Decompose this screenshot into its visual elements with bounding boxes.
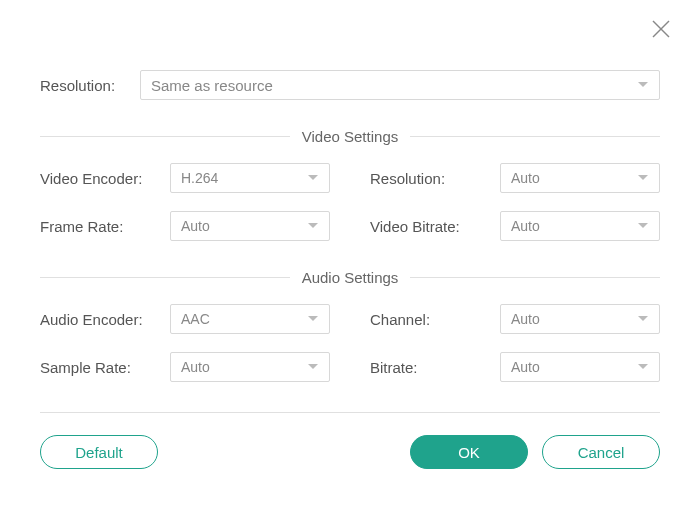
audio-settings-header: Audio Settings: [40, 269, 660, 286]
resolution-top-select[interactable]: Same as resource: [140, 70, 660, 100]
chevron-down-icon: [637, 222, 649, 230]
video-encoder-select[interactable]: H.264: [170, 163, 330, 193]
channel-label: Channel:: [370, 311, 500, 328]
video-resolution-label: Resolution:: [370, 170, 500, 187]
divider: [410, 136, 660, 137]
channel-select[interactable]: Auto: [500, 304, 660, 334]
audio-settings-title: Audio Settings: [290, 269, 411, 286]
default-button-label: Default: [75, 444, 123, 461]
video-bitrate-value: Auto: [511, 218, 540, 234]
sample-rate-value: Auto: [181, 359, 210, 375]
video-settings-title: Video Settings: [290, 128, 410, 145]
video-resolution-select[interactable]: Auto: [500, 163, 660, 193]
video-settings-header: Video Settings: [40, 128, 660, 145]
video-resolution-value: Auto: [511, 170, 540, 186]
chevron-down-icon: [637, 315, 649, 323]
sample-rate-select[interactable]: Auto: [170, 352, 330, 382]
cancel-button[interactable]: Cancel: [542, 435, 660, 469]
divider: [410, 277, 660, 278]
audio-encoder-select[interactable]: AAC: [170, 304, 330, 334]
chevron-down-icon: [307, 222, 319, 230]
audio-bitrate-value: Auto: [511, 359, 540, 375]
chevron-down-icon: [637, 81, 649, 89]
ok-button-label: OK: [458, 444, 480, 461]
sample-rate-label: Sample Rate:: [40, 359, 170, 376]
cancel-button-label: Cancel: [578, 444, 625, 461]
chevron-down-icon: [307, 174, 319, 182]
close-icon: [650, 18, 672, 40]
video-encoder-value: H.264: [181, 170, 218, 186]
ok-button[interactable]: OK: [410, 435, 528, 469]
chevron-down-icon: [307, 315, 319, 323]
video-bitrate-label: Video Bitrate:: [370, 218, 500, 235]
divider: [40, 136, 290, 137]
chevron-down-icon: [637, 174, 649, 182]
audio-encoder-value: AAC: [181, 311, 210, 327]
audio-bitrate-select[interactable]: Auto: [500, 352, 660, 382]
chevron-down-icon: [637, 363, 649, 371]
default-button[interactable]: Default: [40, 435, 158, 469]
frame-rate-select[interactable]: Auto: [170, 211, 330, 241]
close-button[interactable]: [650, 18, 672, 40]
video-bitrate-select[interactable]: Auto: [500, 211, 660, 241]
audio-encoder-label: Audio Encoder:: [40, 311, 170, 328]
channel-value: Auto: [511, 311, 540, 327]
resolution-top-value: Same as resource: [151, 77, 273, 94]
frame-rate-value: Auto: [181, 218, 210, 234]
divider: [40, 277, 290, 278]
resolution-top-label: Resolution:: [40, 77, 140, 94]
chevron-down-icon: [307, 363, 319, 371]
video-encoder-label: Video Encoder:: [40, 170, 170, 187]
divider: [40, 412, 660, 413]
frame-rate-label: Frame Rate:: [40, 218, 170, 235]
audio-bitrate-label: Bitrate:: [370, 359, 500, 376]
